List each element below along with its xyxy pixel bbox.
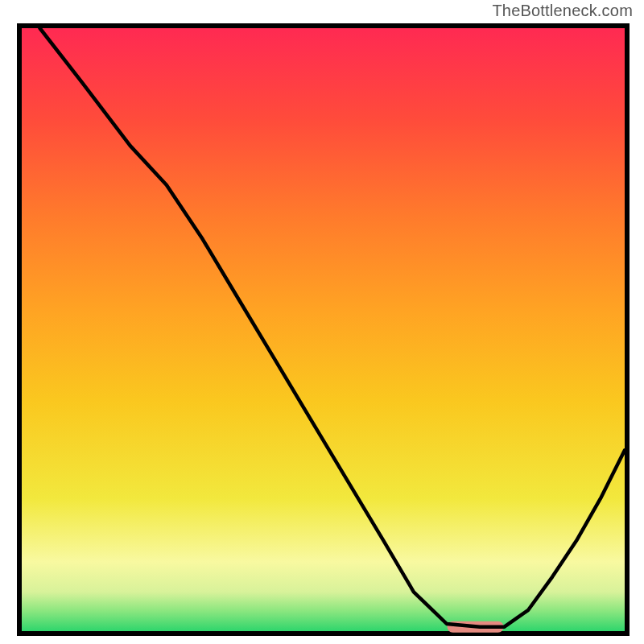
- watermark-text: TheBottleneck.com: [492, 2, 633, 20]
- chart-page: TheBottleneck.com: [0, 0, 644, 644]
- bottleneck-chart: [0, 0, 644, 644]
- gradient-background: [22, 28, 625, 631]
